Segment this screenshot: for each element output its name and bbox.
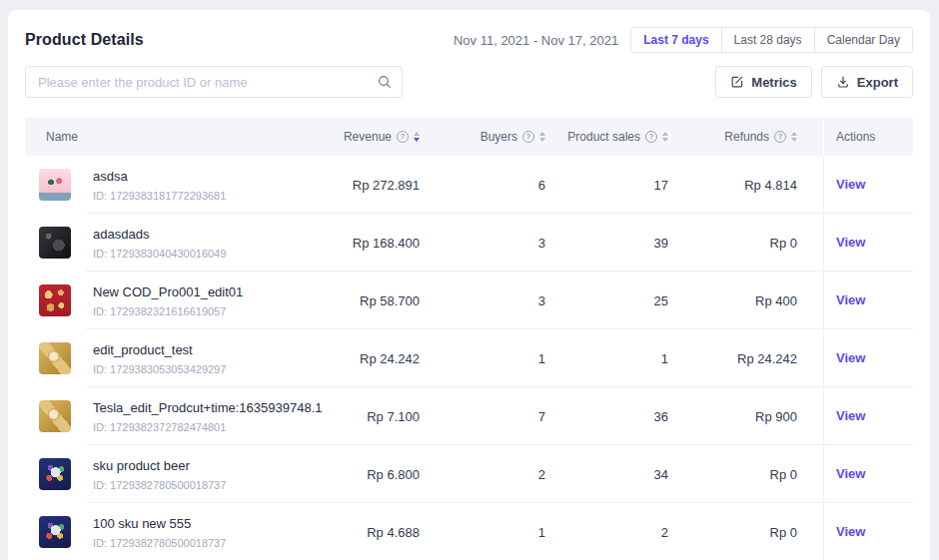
toolbar-actions: Metrics Export	[715, 66, 913, 98]
product-name-cell: 100 sku new 555ID: 1729382780500018737	[25, 503, 325, 560]
product-name-block: Tesla_edit_Prodcut+time:1635939748.1ID: …	[93, 388, 325, 445]
revenue-value: Rp 272.891	[325, 178, 420, 193]
refunds-value: Rp 0	[668, 467, 823, 482]
product-name-block: New COD_Pro001_edit01ID: 172938232161661…	[93, 273, 325, 329]
actions-cell: View	[823, 329, 913, 387]
refunds-value: Rp 400	[668, 293, 823, 308]
table-row: adasdadsID: 1729383040430016049Rp 168.40…	[25, 214, 913, 272]
buyers-value: 3	[420, 236, 545, 251]
table-row: sku product beerID: 1729382780500018737R…	[25, 445, 913, 503]
refunds-value: Rp 900	[668, 409, 823, 424]
product-search	[25, 66, 403, 98]
buyers-value: 3	[420, 293, 545, 308]
search-input[interactable]	[25, 66, 403, 98]
product-name: asdsa	[93, 168, 325, 186]
date-range-text: Nov 11, 2021 - Nov 17, 2021	[454, 33, 618, 48]
range-option-last-7-days[interactable]: Last 7 days	[631, 28, 720, 52]
product_sales-value: 36	[545, 409, 668, 424]
product-name-cell: edit_product_testID: 1729383053053429297	[25, 329, 325, 387]
question-circle-icon[interactable]: ?	[397, 131, 409, 143]
product-id: ID: 1729382780500018737	[93, 536, 325, 550]
download-icon	[836, 75, 850, 89]
range-option-last-28-days[interactable]: Last 28 days	[721, 28, 814, 52]
edit-square-icon	[730, 75, 744, 89]
product_sales-value: 1	[545, 351, 668, 366]
actions-cell: View	[823, 503, 913, 560]
table-row: 100 sku new 555ID: 1729382780500018737Rp…	[25, 503, 913, 560]
product_sales-value: 39	[545, 236, 668, 251]
product-details-card: Product Details Nov 11, 2021 - Nov 17, 2…	[8, 10, 930, 560]
product-thumbnail	[39, 400, 71, 432]
date-range-area: Nov 11, 2021 - Nov 17, 2021 Last 7 daysL…	[454, 27, 913, 53]
product-thumbnail	[39, 169, 71, 201]
table-header-row: NameRevenue?Buyers?Product sales?Refunds…	[25, 118, 913, 156]
product-thumbnail	[39, 458, 71, 490]
buyers-value: 6	[420, 178, 545, 193]
product-name: Tesla_edit_Prodcut+time:1635939748.1	[93, 399, 325, 417]
range-option-calendar-day[interactable]: Calendar Day	[814, 28, 912, 52]
buyers-value: 2	[420, 467, 545, 482]
revenue-value: Rp 24.242	[325, 351, 420, 366]
product-name-cell: Tesla_edit_Prodcut+time:1635939748.1ID: …	[25, 387, 325, 445]
page-header: Product Details Nov 11, 2021 - Nov 17, 2…	[25, 28, 913, 52]
view-link[interactable]: View	[836, 235, 865, 250]
product-name-block: sku product beerID: 1729382780500018737	[93, 446, 325, 503]
product-thumbnail	[39, 227, 71, 259]
column-header-refunds[interactable]: Refunds?	[668, 118, 823, 156]
product-id: ID: 1729383181772293681	[93, 189, 325, 203]
table-row: New COD_Pro001_edit01ID: 172938232161661…	[25, 272, 913, 329]
view-link[interactable]: View	[836, 408, 865, 423]
question-circle-icon[interactable]: ?	[645, 131, 657, 143]
column-header-actions: Actions	[823, 118, 913, 156]
product-name-block: asdsaID: 1729383181772293681	[93, 157, 325, 214]
product_sales-value: 17	[545, 178, 668, 193]
table-row: edit_product_testID: 1729383053053429297…	[25, 329, 913, 387]
product-id: ID: 1729382780500018737	[93, 478, 325, 492]
view-link[interactable]: View	[836, 350, 865, 365]
metrics-button[interactable]: Metrics	[715, 66, 812, 98]
product_sales-value: 2	[545, 525, 668, 540]
view-link[interactable]: View	[836, 524, 865, 539]
column-header-revenue[interactable]: Revenue?	[325, 118, 420, 156]
product-name-cell: adasdadsID: 1729383040430016049	[25, 214, 325, 272]
table-body: asdsaID: 1729383181772293681Rp 272.89161…	[25, 156, 913, 560]
revenue-value: Rp 4.688	[325, 525, 420, 540]
page-title: Product Details	[25, 31, 144, 49]
export-button-label: Export	[857, 75, 898, 90]
product_sales-value: 34	[545, 467, 668, 482]
metrics-button-label: Metrics	[751, 75, 797, 90]
view-link[interactable]: View	[836, 177, 865, 192]
buyers-value: 1	[420, 525, 545, 540]
product-name-cell: sku product beerID: 1729382780500018737	[25, 445, 325, 503]
view-link[interactable]: View	[836, 292, 865, 307]
refunds-value: Rp 0	[668, 236, 823, 251]
products-table: NameRevenue?Buyers?Product sales?Refunds…	[25, 118, 913, 560]
revenue-value: Rp 168.400	[325, 236, 420, 251]
product-name-cell: asdsaID: 1729383181772293681	[25, 156, 325, 214]
view-link[interactable]: View	[836, 466, 865, 481]
product-name-block: 100 sku new 555ID: 1729382780500018737	[93, 504, 325, 560]
product-name-cell: New COD_Pro001_edit01ID: 172938232161661…	[25, 272, 325, 329]
column-header-product_sales[interactable]: Product sales?	[545, 118, 668, 156]
column-header-buyers[interactable]: Buyers?	[420, 118, 545, 156]
date-range-switcher: Last 7 daysLast 28 daysCalendar Day	[630, 27, 913, 53]
sort-carets-icon[interactable]	[791, 132, 797, 142]
question-circle-icon[interactable]: ?	[522, 131, 534, 143]
buyers-value: 1	[420, 351, 545, 366]
export-button[interactable]: Export	[821, 66, 913, 98]
column-label: Revenue	[344, 130, 392, 144]
product-thumbnail	[39, 284, 71, 316]
refunds-value: Rp 24.242	[668, 351, 823, 366]
revenue-value: Rp 6.800	[325, 467, 420, 482]
search-icon[interactable]	[378, 75, 392, 89]
column-label: Name	[46, 130, 78, 144]
product-name: 100 sku new 555	[93, 515, 325, 533]
refunds-value: Rp 0	[668, 525, 823, 540]
table-row: Tesla_edit_Prodcut+time:1635939748.1ID: …	[25, 387, 913, 445]
actions-cell: View	[823, 387, 913, 445]
question-circle-icon[interactable]: ?	[774, 131, 786, 143]
product-name: New COD_Pro001_edit01	[93, 283, 325, 301]
refunds-value: Rp 4.814	[668, 178, 823, 193]
buyers-value: 7	[420, 409, 545, 424]
actions-cell: View	[823, 272, 913, 329]
